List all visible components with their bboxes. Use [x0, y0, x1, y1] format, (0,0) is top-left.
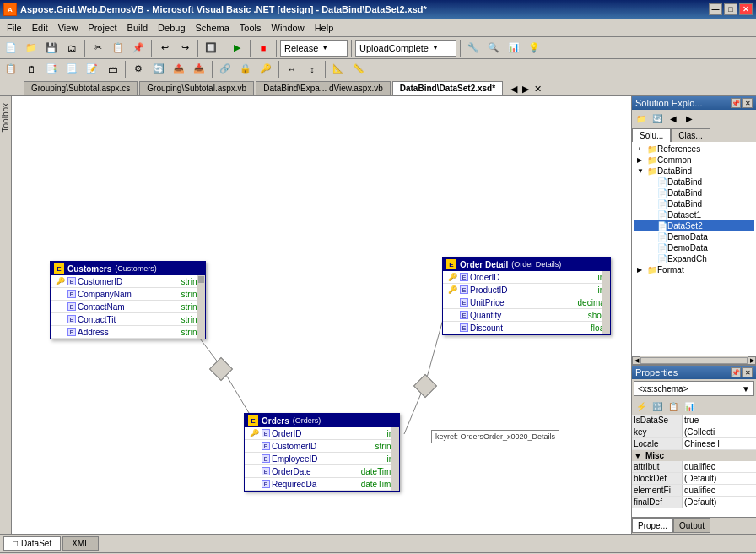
close-tab-button[interactable]: ✕: [532, 83, 543, 95]
prop-close-button[interactable]: ✕: [742, 367, 753, 377]
od-scrollbar[interactable]: [602, 271, 610, 334]
se-pin-button[interactable]: 📌: [731, 98, 741, 108]
prop-tb-2[interactable]: 🔡: [650, 399, 665, 413]
se-tb-1[interactable]: 📁: [634, 112, 649, 126]
save-all-button[interactable]: 🗂: [62, 40, 81, 57]
stop-button[interactable]: ■: [254, 40, 273, 57]
extra-btn-2[interactable]: 🔍: [484, 40, 503, 57]
new-button[interactable]: 📄: [2, 40, 20, 57]
menu-debug[interactable]: Debug: [153, 21, 190, 35]
menu-file[interactable]: File: [2, 21, 27, 35]
prope-tab[interactable]: Prope...: [632, 518, 673, 533]
save-button[interactable]: 💾: [42, 40, 61, 57]
scroll-tabs-right[interactable]: ▶: [520, 83, 532, 95]
menu-view[interactable]: View: [53, 21, 84, 35]
run-button[interactable]: ▶: [228, 40, 246, 57]
tb2-btn-8[interactable]: 🔄: [149, 61, 168, 78]
release-dropdown[interactable]: Release ▼: [280, 40, 348, 57]
output-tab[interactable]: Output: [673, 518, 710, 533]
canvas-area[interactable]: E Customers (Customers) 🔑 E CustomerID s…: [12, 96, 631, 534]
tree-file-dataset2[interactable]: 📄 DataSet2: [634, 220, 754, 231]
tb2-btn-5[interactable]: 📝: [83, 61, 101, 78]
tb2-btn-1[interactable]: 📋: [2, 61, 20, 78]
tb2-btn-12[interactable]: 🔒: [236, 61, 255, 78]
tb2-btn-11[interactable]: 🔗: [216, 61, 235, 78]
prop-tb-4[interactable]: 📊: [682, 399, 697, 413]
extra-btn-4[interactable]: 💡: [525, 40, 543, 57]
tree-file-databind-3[interactable]: 📄 DataBind: [634, 198, 754, 209]
se-scroll-track[interactable]: [640, 357, 748, 364]
tree-file-dataset1[interactable]: 📄 Dataset1: [634, 209, 754, 220]
tb2-btn-9[interactable]: 📤: [170, 61, 188, 78]
orders-scrollbar[interactable]: [391, 427, 399, 491]
tb2-btn-2[interactable]: 🗒: [22, 61, 40, 78]
customers-scrollbar[interactable]: [197, 275, 205, 339]
tree-file-databind-2[interactable]: 📄 DataBind: [634, 187, 754, 198]
menu-tools[interactable]: Tools: [235, 21, 267, 35]
tab-expandview[interactable]: DataBind\Expa... dView.aspx.vb: [256, 81, 391, 95]
orders-type-e-0: E: [262, 429, 270, 437]
tree-item-format[interactable]: ▶ 📁 Format: [634, 264, 754, 275]
nav-button[interactable]: 🔲: [202, 40, 220, 57]
upload-complete-dropdown[interactable]: UploadComplete ▼: [355, 40, 456, 57]
se-scroll-left[interactable]: ◀: [632, 356, 640, 365]
se-tb-3[interactable]: ◀: [666, 112, 681, 126]
tab-subtotal-vb[interactable]: Grouping\Subtotal.aspx.vb: [139, 81, 254, 95]
menu-help[interactable]: Help: [310, 21, 339, 35]
tree-file-demodata-2[interactable]: 📄 DemoData: [634, 242, 754, 253]
tree-item-databind[interactable]: ▼ 📁 DataBind: [634, 166, 754, 177]
tree-file-expandch[interactable]: 📄 ExpandCh: [634, 253, 754, 264]
tb2-btn-10[interactable]: 📥: [190, 61, 208, 78]
extra-btn-3[interactable]: 📊: [505, 40, 523, 57]
paste-button[interactable]: 📌: [129, 40, 148, 57]
element-selector[interactable]: <xs:schema> ▼: [634, 381, 754, 396]
prop-tb-3[interactable]: 📋: [666, 399, 681, 413]
customers-table[interactable]: E Customers (Customers) 🔑 E CustomerID s…: [50, 261, 206, 339]
open-button[interactable]: 📁: [22, 40, 40, 57]
order-detail-table[interactable]: E Order Detail (Order Details) 🔑 E Order…: [442, 257, 611, 335]
xml-tab[interactable]: XML: [62, 536, 99, 551]
se-scroll-right[interactable]: ▶: [748, 356, 756, 365]
tab-subtotal-cs[interactable]: Grouping\Subtotal.aspx.cs: [24, 81, 138, 95]
undo-button[interactable]: ↩: [155, 40, 174, 57]
tree-file-demodata-1[interactable]: 📄 DemoData: [634, 231, 754, 242]
redo-button[interactable]: ↪: [176, 40, 194, 57]
tb2-btn-7[interactable]: ⚙: [129, 61, 148, 78]
se-tb-2[interactable]: 🔄: [650, 112, 665, 126]
tb2-btn-3[interactable]: 📑: [42, 61, 61, 78]
se-tb-4[interactable]: ▶: [682, 112, 697, 126]
cut-button[interactable]: ✂: [89, 40, 107, 57]
minimize-button[interactable]: —: [709, 3, 722, 15]
tb2-btn-13[interactable]: 🔑: [256, 61, 275, 78]
close-button[interactable]: ✕: [739, 3, 753, 15]
orders-table[interactable]: E Orders (Orders) 🔑 E OrderID int E Cust…: [244, 413, 400, 492]
menu-build[interactable]: Build: [122, 21, 153, 35]
tb2-btn-6[interactable]: 🗃: [103, 61, 122, 78]
prop-tb-1[interactable]: ⚡: [634, 399, 649, 413]
tab-dataset2[interactable]: DataBind\DataSet2.xsd*: [392, 81, 503, 95]
tb2-btn-14[interactable]: ↔: [283, 61, 301, 78]
copy-button[interactable]: 📋: [109, 40, 127, 57]
menu-schema[interactable]: Schema: [191, 21, 235, 35]
se-scrollbar[interactable]: ◀ ▶: [632, 356, 756, 364]
menu-window[interactable]: Window: [267, 21, 310, 35]
menu-edit[interactable]: Edit: [27, 21, 53, 35]
panel-tab-solution[interactable]: Solu...: [632, 128, 671, 142]
menu-project[interactable]: Project: [83, 21, 122, 35]
tb2-btn-15[interactable]: ↕: [303, 61, 321, 78]
tb2-btn-16[interactable]: 📐: [329, 61, 348, 78]
tb2-btn-17[interactable]: 📏: [349, 61, 368, 78]
prop-pin-button[interactable]: 📌: [731, 367, 741, 377]
tb2-btn-4[interactable]: 📃: [62, 61, 81, 78]
tree-item-common[interactable]: ▶ 📁 Common: [634, 155, 754, 166]
scroll-tabs-left[interactable]: ◀: [508, 83, 520, 95]
tree-file-databind-1[interactable]: 📄 DataBind: [634, 177, 754, 187]
maximize-button[interactable]: □: [724, 3, 737, 15]
se-close-button[interactable]: ✕: [742, 98, 753, 108]
orders-field-orderdate: OrderDate: [272, 467, 358, 476]
extra-btn-1[interactable]: 🔧: [464, 40, 483, 57]
panel-tab-class[interactable]: Clas...: [671, 128, 710, 142]
customers-scroll-thumb[interactable]: [198, 276, 204, 283]
tree-item-references[interactable]: + 📁 References: [634, 144, 754, 155]
dataset-tab[interactable]: □ DataSet: [3, 536, 61, 551]
